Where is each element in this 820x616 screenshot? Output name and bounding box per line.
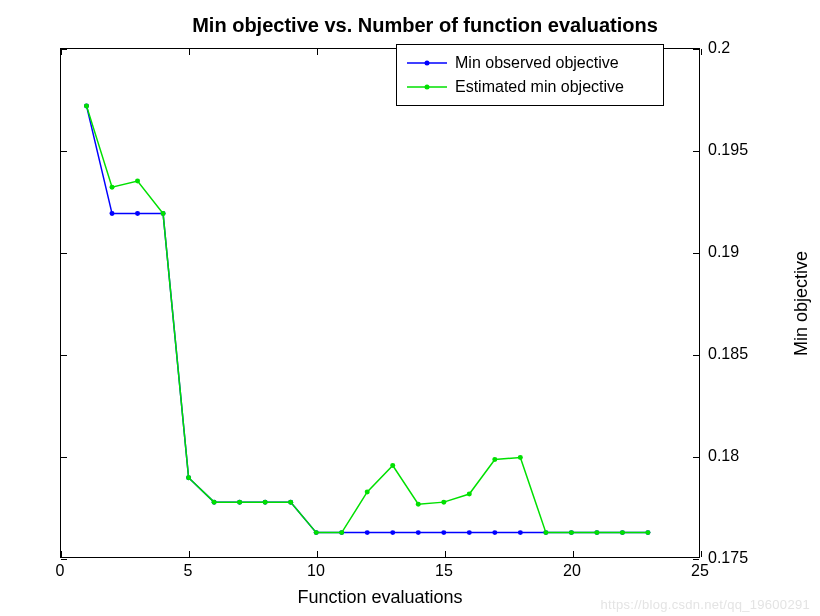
svg-point-1 [425, 61, 430, 66]
data-point [467, 530, 472, 535]
legend-label: Estimated min objective [455, 78, 624, 96]
data-point [263, 500, 268, 505]
y-tick-label: 0.175 [708, 549, 748, 567]
plot-area [60, 48, 700, 558]
x-tick-label: 0 [56, 562, 65, 580]
data-point [543, 530, 548, 535]
data-point [186, 475, 191, 480]
data-point [518, 530, 523, 535]
data-point [110, 211, 115, 216]
data-point [84, 103, 89, 108]
data-point [365, 530, 370, 535]
series-line [87, 106, 648, 533]
chart-title: Min objective vs. Number of function eva… [0, 14, 820, 37]
data-point [492, 457, 497, 462]
data-point [135, 211, 140, 216]
legend: Min observed objective Estimated min obj… [396, 44, 664, 106]
x-tick-label: 5 [184, 562, 193, 580]
data-point [110, 185, 115, 190]
data-point [288, 500, 293, 505]
data-point [135, 179, 140, 184]
legend-swatch-estimated [405, 77, 449, 97]
data-point [416, 530, 421, 535]
chart-container: Min objective vs. Number of function eva… [0, 0, 820, 616]
x-tick-label: 20 [563, 562, 581, 580]
x-tick-label: 15 [435, 562, 453, 580]
svg-point-3 [425, 85, 430, 90]
plot-svg [61, 49, 699, 557]
y-tick-label: 0.195 [708, 141, 748, 159]
legend-swatch-observed [405, 53, 449, 73]
watermark-text: https://blog.csdn.net/qq_19600291 [601, 597, 810, 612]
legend-item: Min observed objective [405, 51, 655, 75]
data-point [518, 455, 523, 460]
y-axis-ticks: 0.1750.180.1850.190.1950.2 [700, 48, 760, 558]
y-axis-label: Min objective [790, 48, 814, 558]
y-tick-label: 0.19 [708, 243, 739, 261]
data-point [569, 530, 574, 535]
data-point [441, 530, 446, 535]
data-point [594, 530, 599, 535]
data-point [161, 211, 166, 216]
y-tick-label: 0.18 [708, 447, 739, 465]
legend-item: Estimated min objective [405, 75, 655, 99]
data-point [441, 500, 446, 505]
data-point [467, 492, 472, 497]
x-tick-label: 10 [307, 562, 325, 580]
data-point [237, 500, 242, 505]
data-point [620, 530, 625, 535]
legend-label: Min observed objective [455, 54, 619, 72]
y-tick-label: 0.185 [708, 345, 748, 363]
data-point [416, 502, 421, 507]
data-point [390, 530, 395, 535]
data-point [492, 530, 497, 535]
data-point [390, 463, 395, 468]
data-point [645, 530, 650, 535]
data-point [212, 500, 217, 505]
data-point [339, 530, 344, 535]
data-point [365, 489, 370, 494]
x-tick-label: 25 [691, 562, 709, 580]
series-line [87, 106, 648, 533]
x-axis-ticks: 0510152025 [60, 558, 700, 588]
data-point [314, 530, 319, 535]
y-tick-label: 0.2 [708, 39, 730, 57]
